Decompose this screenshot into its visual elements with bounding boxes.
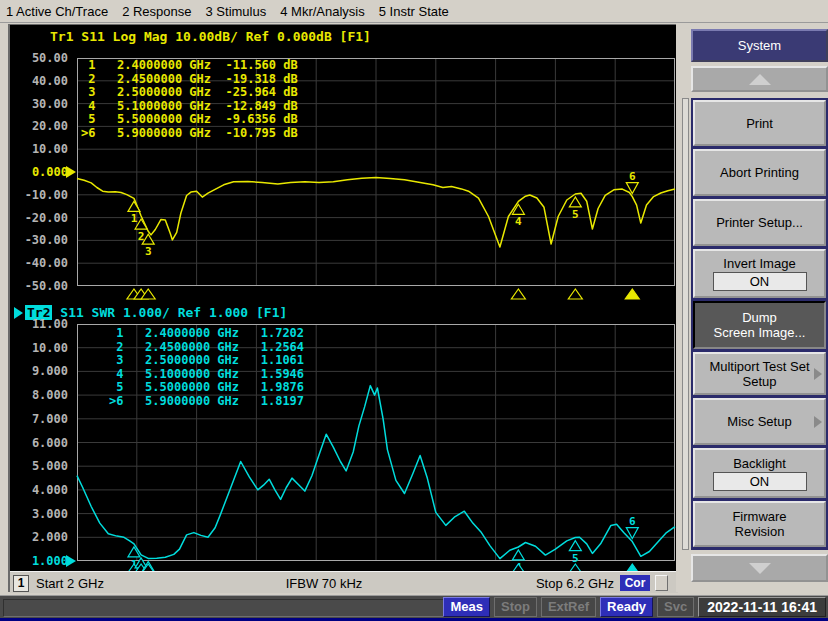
status-badges: Meas Stop ExtRef Ready Svc 2022-11-11 16… [443,598,826,616]
y-tick-label: 8.000 [32,388,68,402]
stimulus-marker-icon [511,289,525,299]
y-tick-label: 6.000 [32,436,68,450]
softkey-menu: System Print Abort Printing Printer Setu… [676,24,828,592]
print-button[interactable]: Print [693,100,826,146]
dump-screen-image-button[interactable]: Dump Screen Image... [693,301,826,349]
y-tick-label: -50.00 [25,279,68,293]
svg-text:6: 6 [629,515,636,528]
softkey-scroll-up-button[interactable] [691,66,828,92]
y-tick-label: 5.000 [32,459,68,473]
trace2-settings: S11 SWR 1.000/ Ref 1.000 [F1] [52,305,287,320]
y-tick-label: 50.00 [32,51,68,65]
printer-setup-button[interactable]: Printer Setup... [693,199,826,246]
y-tick-label: 3.000 [32,507,68,521]
y-tick-label: 4.000 [32,483,68,497]
y-tick-label: 0.000 [32,165,68,179]
trace1-name: Tr1 [50,29,73,44]
y-tick-label: 2.000 [32,530,68,544]
extref-status-badge: ExtRef [541,597,596,617]
backlight-toggle[interactable]: Backlight ON [693,448,826,498]
svc-status-badge: Svc [657,597,694,617]
meas-status-badge: Meas [443,597,490,617]
ref-level-left-arrow-icon [66,555,76,567]
misc-setup-label: Misc Setup [727,414,791,429]
arrow-down-icon [749,563,771,574]
trace1-marker-table: 1 2.4000000 GHz -11.560 dB 2 2.4500000 G… [81,59,298,140]
marker-icon [512,550,524,560]
status-message-panel [3,599,471,617]
ready-status-badge: Ready [600,597,653,617]
svg-text:3: 3 [145,245,152,258]
active-trace-arrow-icon [14,307,23,319]
invert-image-state: ON [713,272,807,291]
marker-icon [128,547,140,557]
backlight-label: Backlight [733,456,786,471]
y-tick-label: -30.00 [25,233,68,247]
menu-item-response[interactable]: 2 Response [122,4,191,19]
svg-text:4: 4 [515,215,522,228]
trace2-chart: 11.0010.009.0008.0007.0006.0005.0004.000… [10,324,678,561]
stop-status-badge: Stop [494,597,537,617]
arrow-up-icon [749,74,771,85]
status-bar: Meas Stop ExtRef Ready Svc 2022-11-11 16… [0,595,828,618]
y-tick-label: 7.000 [32,412,68,426]
firmware-revision-button[interactable]: Firmware Revision [693,501,826,547]
softkey-scroll-down-button[interactable] [691,554,828,582]
submenu-arrow-icon [814,368,822,380]
y-tick-label: 9.000 [32,364,68,378]
marker-icon [569,197,581,207]
invert-image-label: Invert Image [723,256,795,271]
marker-icon [569,541,581,551]
submenu-arrow-icon [814,416,822,428]
svg-text:5: 5 [572,208,579,221]
softkey-scroll-track [682,98,689,550]
ref-level-left-arrow-icon [66,166,76,178]
trace1-plot-area: 1234561 1 2.4000000 GHz -11.560 dB 2 2.4… [77,58,675,302]
multiport-test-set-setup-button[interactable]: Multiport Test Set Setup [693,352,826,395]
y-tick-label: 11.00 [32,317,68,331]
menu-item-instr-state[interactable]: 5 Instr State [379,4,449,19]
trace1-y-axis: 50.0040.0030.0020.0010.000.000-10.00-20.… [10,58,70,286]
abort-printing-button[interactable]: Abort Printing [693,149,826,196]
stop-frequency-label: Stop 6.2 GHz [536,576,614,591]
menu-item-active-ch-trace[interactable]: 1 Active Ch/Trace [6,4,108,19]
trace1-chart: 50.0040.0030.0020.0010.000.000-10.00-20.… [10,58,678,286]
instrument-screen: Tr1 S11 Log Mag 10.00dB/ Ref 0.000dB [F1… [8,24,676,592]
trace1-settings: S11 Log Mag 10.00dB/ Ref 0.000dB [F1] [73,29,370,44]
trace2-marker-table: 1 2.4000000 GHz 1.7202 2 2.4500000 GHz 1… [109,327,304,408]
datetime-display: 2022-11-11 16:41 [698,597,826,617]
correction-badge: Cor [620,575,650,591]
y-tick-label: 40.00 [32,74,68,88]
y-tick-label: 30.00 [32,97,68,111]
softkey-menu-title[interactable]: System [691,29,828,62]
y-tick-label: 20.00 [32,119,68,133]
stimulus-marker-icon [625,289,639,299]
marker-icon [512,204,524,214]
y-tick-label: -10.00 [25,188,68,202]
stimbar-corner-box [655,575,668,591]
menu-bar: 1 Active Ch/Trace 2 Response 3 Stimulus … [0,0,828,23]
stimulus-marker-icon [568,289,582,299]
invert-image-toggle[interactable]: Invert Image ON [693,249,826,298]
menu-item-stimulus[interactable]: 3 Stimulus [206,4,267,19]
marker-icon [128,201,140,211]
y-tick-label: -40.00 [25,256,68,270]
menu-item-mkr-analysis[interactable]: 4 Mkr/Analysis [280,4,365,19]
softkey-list: Print Abort Printing Printer Setup... In… [691,98,828,550]
trace1-header[interactable]: Tr1 S11 Log Mag 10.00dB/ Ref 0.000dB [F1… [50,29,371,45]
trace2-y-axis: 11.0010.009.0008.0007.0006.0005.0004.000… [10,324,70,561]
misc-setup-button[interactable]: Misc Setup [693,398,826,445]
svg-text:5: 5 [572,552,579,565]
svg-text:1: 1 [131,212,138,225]
svg-text:6: 6 [629,170,636,183]
backlight-state: ON [713,472,807,491]
y-tick-label: 10.00 [32,341,68,355]
y-tick-label: -20.00 [25,211,68,225]
trace2-plot-area: 1234562 1 2.4000000 GHz 1.7202 2 2.45000… [77,324,675,577]
stimulus-bar: 1 Start 2 GHz IFBW 70 kHz Stop 6.2 GHz C… [10,571,678,593]
multiport-label: Multiport Test Set Setup [709,359,809,389]
y-tick-label: 1.000 [32,554,68,568]
y-tick-label: 10.00 [32,142,68,156]
